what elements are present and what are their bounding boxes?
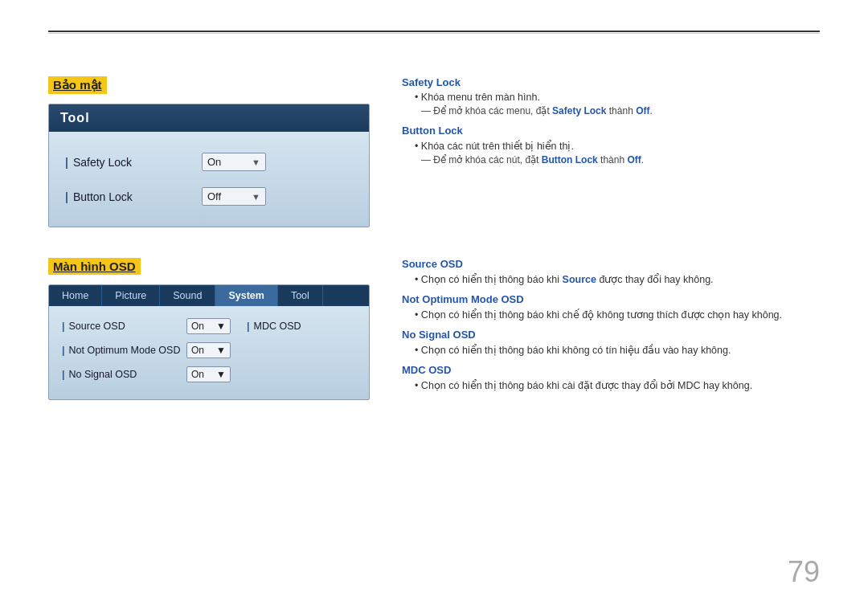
tool-panel-body: Safety Lock On ▼ Button Lock Off: [49, 132, 369, 227]
not-optimum-select[interactable]: On ▼: [186, 342, 231, 358]
desc-nosignal-bullet: • Chọn có hiển thị thông báo khi không c…: [415, 344, 820, 356]
tab-sound[interactable]: Sound: [160, 285, 215, 306]
osd-tabs: Home Picture Sound System Tool: [49, 285, 369, 306]
desc-button-bullet: • Khóa các nút trên thiết bị hiển thị.: [415, 140, 820, 152]
tool-panel: Tool Safety Lock On ▼ Button Lock: [48, 104, 370, 227]
no-signal-select[interactable]: On ▼: [186, 366, 231, 382]
mdc-osd-label: MDC OSD: [247, 321, 370, 332]
safety-lock-arrow: ▼: [252, 157, 260, 167]
section2-right: Source OSD • Chọn có hiển thị thông báo …: [402, 258, 820, 400]
section2-left: Màn hình OSD Home Picture Sound System T…: [48, 258, 370, 400]
page-number: 79: [788, 555, 820, 589]
desc-mdc-bullet: • Chọn có hiển thị thông báo khi cài đặt…: [415, 379, 820, 391]
osd-row-mdc: MDC OSD On ▼: [247, 314, 370, 338]
source-osd-select[interactable]: On ▼: [186, 318, 231, 334]
no-signal-label: No Signal OSD: [62, 369, 186, 380]
safety-lock-label: Safety Lock: [65, 156, 202, 169]
section1-title: Bảo mật: [48, 76, 107, 94]
no-signal-arrow: ▼: [216, 369, 226, 380]
page-container: Bảo mật Tool Safety Lock On ▼: [0, 0, 868, 613]
section1-left: Bảo mật Tool Safety Lock On ▼: [48, 76, 370, 227]
osd-row-no-signal: No Signal OSD On ▼: [62, 362, 231, 386]
desc-source-bullet: • Chọn có hiển thị thông báo khi Source …: [415, 273, 820, 285]
tab-system[interactable]: System: [215, 285, 277, 306]
source-osd-label: Source OSD: [62, 321, 186, 332]
tab-tool[interactable]: Tool: [278, 285, 323, 306]
osd-body: Source OSD On ▼ Not Optimum Mode OSD: [49, 306, 369, 399]
button-lock-label: Button Lock: [65, 190, 202, 203]
osd-col1: Source OSD On ▼ Not Optimum Mode OSD: [62, 314, 231, 386]
desc-button-title: Button Lock: [402, 125, 820, 137]
osd-row-not-optimum: Not Optimum Mode OSD On ▼: [62, 338, 231, 362]
section-osd: Màn hình OSD Home Picture Sound System T…: [48, 258, 820, 400]
section1-right: Safety Lock • Khóa menu trên màn hình. Đ…: [402, 76, 820, 227]
tool-row-safety: Safety Lock On ▼: [65, 145, 353, 179]
button-lock-select[interactable]: Off ▼: [202, 187, 266, 206]
osd-panel: Home Picture Sound System Tool Source OS…: [48, 284, 370, 400]
section2-title: Màn hình OSD: [48, 258, 141, 275]
desc-button-sub: Để mở khóa các nút, đặt Button Lock thàn…: [421, 154, 820, 166]
desc-mdc-title: MDC OSD: [402, 364, 820, 376]
tab-picture[interactable]: Picture: [102, 285, 160, 306]
desc-safety-title: Safety Lock: [402, 76, 820, 88]
osd-row-source: Source OSD On ▼: [62, 314, 231, 338]
desc-safety-sub: Để mở khóa các menu, đặt Safety Lock thà…: [421, 105, 820, 116]
desc-source-title: Source OSD: [402, 258, 820, 270]
desc-nosignal-title: No Signal OSD: [402, 329, 820, 341]
desc-safety-bullet: • Khóa menu trên màn hình.: [415, 92, 820, 103]
desc-notoptimum-bullet: • Chọn có hiển thị thông báo khi chế độ …: [415, 309, 820, 321]
not-optimum-label: Not Optimum Mode OSD: [62, 345, 186, 356]
tool-panel-header: Tool: [49, 104, 369, 132]
desc-notoptimum-title: Not Optimum Mode OSD: [402, 293, 820, 305]
tool-row-button: Button Lock Off ▼: [65, 179, 353, 214]
source-osd-arrow: ▼: [216, 321, 226, 332]
osd-col2: MDC OSD On ▼: [247, 314, 370, 386]
not-optimum-arrow: ▼: [216, 345, 226, 356]
tab-home[interactable]: Home: [49, 285, 102, 306]
safety-lock-select[interactable]: On ▼: [202, 153, 266, 171]
section-baomatbao: Bảo mật Tool Safety Lock On ▼: [48, 76, 820, 227]
top-divider: [48, 31, 820, 32]
button-lock-arrow: ▼: [252, 192, 260, 202]
